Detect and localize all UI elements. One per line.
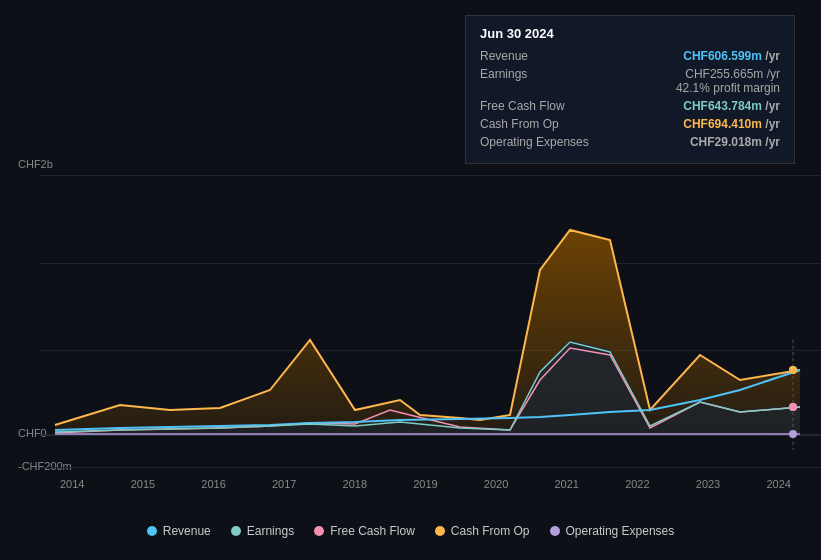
legend-dot-operating-expenses [550, 526, 560, 536]
legend-label-free-cash-flow: Free Cash Flow [330, 524, 415, 538]
legend-dot-cash-from-op [435, 526, 445, 536]
x-label-2024: 2024 [766, 478, 790, 490]
operating-expenses-row: Operating Expenses CHF29.018m /yr [480, 135, 780, 149]
legend-earnings[interactable]: Earnings [231, 524, 294, 538]
profit-margin: 42.1% profit margin [676, 81, 780, 95]
svg-point-6 [789, 430, 797, 438]
y-label-top: CHF2b [18, 158, 53, 170]
legend-free-cash-flow[interactable]: Free Cash Flow [314, 524, 415, 538]
svg-point-4 [789, 403, 797, 411]
revenue-label: Revenue [480, 49, 610, 63]
x-label-2022: 2022 [625, 478, 649, 490]
free-cash-flow-label: Free Cash Flow [480, 99, 610, 113]
legend-dot-free-cash-flow [314, 526, 324, 536]
x-label-2018: 2018 [343, 478, 367, 490]
chart-legend: Revenue Earnings Free Cash Flow Cash Fro… [0, 524, 821, 538]
earnings-value: CHF255.665m [685, 67, 763, 81]
cash-from-op-value: CHF694.410m [683, 117, 762, 131]
x-label-2023: 2023 [696, 478, 720, 490]
legend-label-earnings: Earnings [247, 524, 294, 538]
earnings-sub: CHF255.665m /yr 42.1% profit margin [672, 67, 780, 95]
x-label-2014: 2014 [60, 478, 84, 490]
free-cash-flow-unit: /yr [765, 99, 780, 113]
revenue-unit: /yr [765, 49, 780, 63]
legend-cash-from-op[interactable]: Cash From Op [435, 524, 530, 538]
svg-point-5 [789, 366, 797, 374]
legend-revenue[interactable]: Revenue [147, 524, 211, 538]
x-label-2020: 2020 [484, 478, 508, 490]
x-label-2019: 2019 [413, 478, 437, 490]
x-label-2015: 2015 [131, 478, 155, 490]
legend-dot-earnings [231, 526, 241, 536]
earnings-unit: /yr [767, 67, 780, 81]
x-axis-labels: 2014 2015 2016 2017 2018 2019 2020 2021 … [0, 478, 821, 490]
earnings-label: Earnings [480, 67, 527, 81]
legend-label-cash-from-op: Cash From Op [451, 524, 530, 538]
x-label-2017: 2017 [272, 478, 296, 490]
tooltip-date: Jun 30 2024 [480, 26, 780, 41]
x-label-2021: 2021 [554, 478, 578, 490]
operating-expenses-value: CHF29.018m [690, 135, 762, 149]
tooltip-panel: Jun 30 2024 Revenue CHF606.599m /yr Earn… [465, 15, 795, 164]
revenue-row: Revenue CHF606.599m /yr [480, 49, 780, 63]
cash-from-op-unit: /yr [765, 117, 780, 131]
x-label-2016: 2016 [201, 478, 225, 490]
earnings-row: Earnings CHF255.665m /yr 42.1% profit ma… [480, 67, 780, 95]
cash-from-op-row: Cash From Op CHF694.410m /yr [480, 117, 780, 131]
chart-svg [0, 170, 821, 480]
free-cash-flow-row: Free Cash Flow CHF643.784m /yr [480, 99, 780, 113]
free-cash-flow-value: CHF643.784m [683, 99, 762, 113]
operating-expenses-label: Operating Expenses [480, 135, 610, 149]
legend-label-operating-expenses: Operating Expenses [566, 524, 675, 538]
legend-label-revenue: Revenue [163, 524, 211, 538]
legend-operating-expenses[interactable]: Operating Expenses [550, 524, 675, 538]
cash-from-op-label: Cash From Op [480, 117, 610, 131]
operating-expenses-unit: /yr [765, 135, 780, 149]
revenue-value: CHF606.599m [683, 49, 762, 63]
legend-dot-revenue [147, 526, 157, 536]
